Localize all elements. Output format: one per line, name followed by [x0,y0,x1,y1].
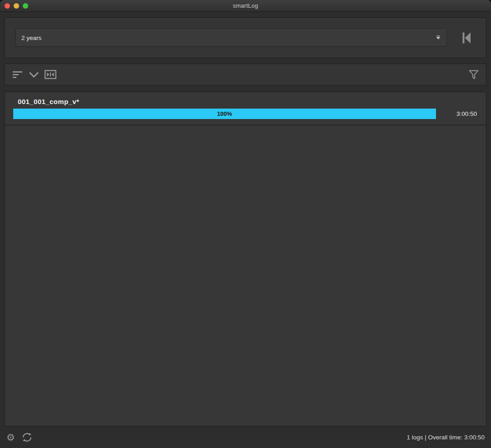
close-button[interactable] [5,3,10,9]
time-range-panel: 2 years [5,17,486,58]
log-entry-time: 3:00:50 [442,110,477,117]
chevron-down-icon [436,35,441,40]
refresh-icon [21,432,33,443]
log-entry-row[interactable]: 001_001_comp_v* 100% 3:00:50 [5,92,486,125]
time-range-select[interactable]: 2 years [15,29,447,47]
refresh-button[interactable] [21,432,33,443]
status-bar: ⚙ 1 logs | Overall time: 3:00:50 [0,426,491,448]
log-entry-title: 001_001_comp_v* [18,98,477,105]
sort-lines-icon [12,70,23,79]
traffic-lights [5,0,28,12]
log-list: 001_001_comp_v* 100% 3:00:50 [5,92,486,426]
skip-to-start-icon [462,32,471,44]
log-entry-progress-line: 100% 3:00:50 [13,109,477,119]
gear-icon: ⚙ [6,433,15,442]
zoom-button[interactable] [23,3,28,9]
collapse-horizontal-icon [45,70,56,79]
time-range-value: 2 years [21,35,436,41]
toolbar [5,64,486,85]
skip-zone [447,32,486,44]
progress-percent-label: 100% [217,110,232,117]
progress-bar: 100% [13,109,436,119]
progress-bar-fill: 100% [13,109,436,119]
settings-button[interactable]: ⚙ [6,433,15,442]
sort-button[interactable] [12,70,23,79]
skip-to-start-button[interactable] [462,32,471,44]
titlebar: smartLog [0,0,491,12]
chevron-down-icon [29,71,39,78]
smartlog-window: smartLog 2 years [0,0,491,448]
filter-funnel-icon [469,70,479,80]
window-title: smartLog [233,2,258,9]
expand-button[interactable] [29,71,39,78]
collapse-button[interactable] [45,70,56,79]
filter-button[interactable] [469,70,479,80]
minimize-button[interactable] [14,3,19,9]
status-summary: 1 logs | Overall time: 3:00:50 [406,434,485,441]
